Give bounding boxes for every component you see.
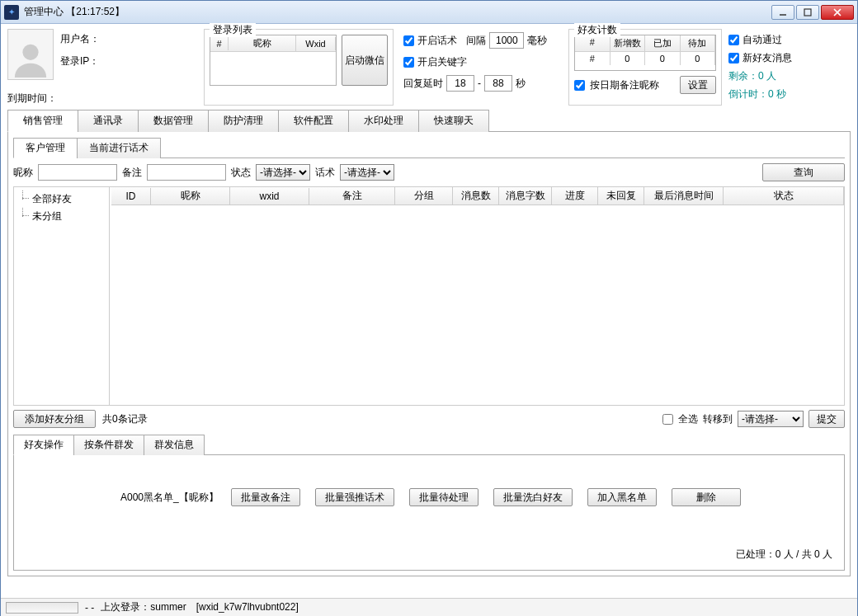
op-panel: 批量改备注 批量强推话术 批量待处理 批量洗白好友 加入黑名单 删除 已处理：0…	[13, 455, 845, 571]
settings-button[interactable]: 设置	[680, 76, 716, 94]
add-group-button[interactable]: 添加好友分组	[13, 410, 96, 428]
delay-from-input[interactable]	[446, 75, 474, 92]
enable-keyword-label: 开启关键字	[417, 55, 467, 69]
select-all-label: 全选	[678, 412, 698, 426]
filter-status-select[interactable]: -请选择-	[256, 164, 310, 181]
new-friend-msg-checkbox[interactable]	[728, 53, 739, 63]
minimize-button[interactable]	[771, 5, 794, 20]
optab-friend-ops[interactable]: 好友操作	[13, 435, 74, 455]
svg-point-4	[22, 45, 38, 60]
grid-footer: 添加好友分组 共0条记录 全选 转移到 -请选择- 提交	[13, 409, 845, 429]
last-login-text: 上次登录：summer [wxid_k7w7lhvubnt022]	[101, 600, 298, 614]
tree-node-ungrouped[interactable]: 未分组	[19, 208, 109, 225]
tab-sales[interactable]: 销售管理	[7, 110, 78, 132]
submit-button[interactable]: 提交	[808, 410, 845, 428]
maximize-button[interactable]	[796, 5, 819, 20]
login-col-index: #	[210, 37, 229, 50]
batch-remark-button[interactable]: 批量改备注	[231, 488, 300, 506]
interval-unit: 毫秒	[527, 34, 547, 48]
filter-row: 昵称 备注 状态 -请选择- 话术 -请选择- 查询	[13, 163, 845, 181]
record-count: 共0条记录	[102, 412, 148, 426]
status-sep: - -	[85, 602, 94, 614]
batch-push-script-button[interactable]: 批量强推话术	[315, 488, 394, 506]
login-list-box: 登录列表 # 昵称 Wxid 启动微信	[204, 29, 394, 106]
select-all-checkbox[interactable]	[662, 414, 673, 425]
login-col-wxid: Wxid	[296, 37, 336, 50]
tab-quickchat[interactable]: 快速聊天	[418, 110, 489, 132]
tab-config[interactable]: 软件配置	[278, 110, 349, 132]
tab-data[interactable]: 数据管理	[138, 110, 209, 132]
enable-keyword-checkbox[interactable]	[403, 57, 414, 68]
main-tabs: 销售管理 通讯录 数据管理 防护清理 软件配置 水印处理 快速聊天	[7, 109, 851, 132]
username-label: 用户名：	[60, 32, 100, 46]
status-bar: - - 上次登录：summer [wxid_k7w7lhvubnt022]	[1, 598, 857, 616]
login-list-legend: 登录列表	[210, 23, 256, 37]
svg-rect-1	[804, 9, 811, 16]
interval-input[interactable]	[489, 32, 524, 49]
app-icon: ✦	[4, 5, 19, 20]
close-button[interactable]	[821, 5, 854, 20]
progress-bar	[6, 602, 78, 614]
delete-button[interactable]: 删除	[672, 488, 741, 506]
op-tabs: 好友操作 按条件群发 群发信息	[13, 434, 845, 455]
login-list-table[interactable]: # 昵称 Wxid	[210, 35, 337, 86]
login-ip-label: 登录IP：	[60, 54, 100, 68]
query-button[interactable]: 查询	[762, 163, 845, 181]
move-to-label: 转移到	[703, 412, 733, 426]
filter-script-select[interactable]: -请选择-	[340, 164, 394, 181]
remain-text: 剩余：0 人	[728, 68, 851, 83]
delay-unit: 秒	[516, 77, 526, 91]
tab-contacts[interactable]: 通讯录	[78, 110, 139, 132]
filter-remark-label: 备注	[122, 166, 142, 180]
filter-status-label: 状态	[231, 166, 251, 180]
interval-label: 间隔	[466, 34, 486, 48]
sub-tabs: 客户管理 当前进行话术	[13, 137, 845, 158]
grid-area: 全部好友 未分组 ID 昵称 wxid 备注 分组 消息数 消息字数 进度 未回…	[13, 186, 845, 406]
start-wechat-button[interactable]: 启动微信	[342, 35, 388, 86]
filter-remark-input[interactable]	[147, 164, 226, 181]
countdown-text: 倒计时：0 秒	[728, 87, 851, 101]
filter-script-label: 话术	[315, 166, 335, 180]
subtab-script[interactable]: 当前进行话术	[77, 138, 161, 158]
script-options-box: 开启话术 间隔 毫秒 开启关键字 回复延时 - 秒	[400, 29, 562, 106]
expire-label: 到期时间：	[7, 92, 197, 106]
titlebar: ✦ 管理中心 【21:17:52】	[1, 1, 857, 24]
enable-script-label: 开启话术	[417, 34, 457, 48]
optab-cond-send[interactable]: 按条件群发	[73, 435, 144, 455]
filter-nick-label: 昵称	[13, 166, 33, 180]
move-to-select[interactable]: -请选择-	[738, 411, 804, 427]
friend-count-legend: 好友计数	[574, 23, 620, 37]
group-tree[interactable]: 全部好友 未分组	[14, 187, 110, 405]
optab-mass-send[interactable]: 群发信息	[144, 435, 205, 455]
batch-pending-button[interactable]: 批量待处理	[409, 488, 478, 506]
main-panel: 客户管理 当前进行话术 昵称 备注 状态 -请选择- 话术 -请选择- 查询 全…	[7, 132, 851, 576]
blacklist-template-input[interactable]	[117, 489, 216, 505]
tab-watermark[interactable]: 水印处理	[348, 110, 419, 132]
tree-node-all[interactable]: 全部好友	[19, 190, 109, 208]
subtab-customer[interactable]: 客户管理	[13, 138, 78, 158]
friend-count-box: 好友计数 # 新增数 已加 待加 # 0 0 0 按日期备注昵称 设置	[568, 29, 722, 106]
batch-whitewash-button[interactable]: 批量洗白好友	[493, 488, 573, 506]
data-grid[interactable]: ID 昵称 wxid 备注 分组 消息数 消息字数 进度 未回复 最后消息时间 …	[111, 187, 844, 405]
remark-by-date-checkbox[interactable]	[574, 80, 585, 91]
friend-count-table: # 新增数 已加 待加 # 0 0 0	[574, 35, 716, 71]
op-status: 已处理：0 人 / 共 0 人	[736, 548, 832, 562]
add-blacklist-button[interactable]: 加入黑名单	[587, 488, 657, 506]
enable-script-checkbox[interactable]	[403, 35, 414, 46]
tab-protect[interactable]: 防护清理	[208, 110, 279, 132]
delay-to-input[interactable]	[484, 75, 512, 92]
window-title: 管理中心 【21:17:52】	[24, 5, 771, 19]
avatar	[7, 29, 54, 80]
auto-pass-checkbox[interactable]	[728, 35, 739, 45]
top-area: 用户名： 登录IP： 到期时间： 登录列表 # 昵称 Wxid 启动微信 开启话…	[1, 24, 857, 109]
user-box: 用户名： 登录IP： 到期时间：	[7, 29, 197, 106]
remark-by-date-label: 按日期备注昵称	[590, 78, 659, 92]
right-options: 自动通过 新好友消息 剩余：0 人 倒计时：0 秒	[728, 29, 851, 106]
filter-nick-input[interactable]	[38, 164, 117, 181]
reply-delay-label: 回复延时	[403, 77, 443, 91]
login-col-nick: 昵称	[229, 35, 296, 51]
